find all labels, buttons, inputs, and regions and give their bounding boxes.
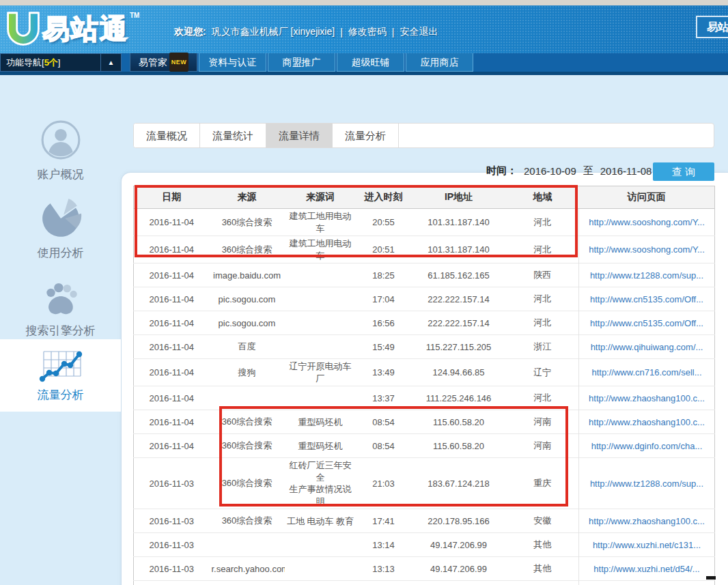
- visit-link[interactable]: http://www.cn5135.com/Off...: [590, 294, 703, 304]
- cell-keyword: 工地 电动车 教育: [285, 509, 356, 533]
- cell-time: 18:25: [356, 263, 411, 287]
- nav-tab-yingyong[interactable]: 应用商店: [406, 53, 473, 72]
- table-row: 2016-11-03r.search.yahoo.com13:1349.147.…: [134, 557, 715, 581]
- cell-url: http://www.xuzhi.net/c131...: [579, 533, 715, 557]
- cell-keyword: [285, 335, 356, 359]
- nav-tab-chaoji[interactable]: 超级旺铺: [337, 53, 404, 72]
- sidebar-item-search-engine[interactable]: 搜索引擎分析: [0, 275, 121, 339]
- content-tabbar: 流量概况 流量统计 流量详情 流量分析: [133, 123, 714, 148]
- sidebar-item-account[interactable]: 账户概况: [0, 119, 121, 182]
- visit-link[interactable]: http://www.zhaoshang100.c...: [589, 417, 705, 427]
- sidebar-item-traffic[interactable]: 流量分析: [0, 339, 121, 412]
- visit-link[interactable]: http://www.xuzhi.net/d54/...: [593, 564, 699, 574]
- col-region: 地域: [507, 186, 579, 209]
- cell-region: 其他: [507, 533, 579, 557]
- cell-source: 360综合搜索: [210, 209, 285, 236]
- sidebar-item-usage[interactable]: 使用分析: [0, 197, 121, 261]
- query-button[interactable]: 查 询: [653, 162, 714, 181]
- cell-region: 浙江: [507, 335, 579, 359]
- cell-url: http://www.zhaoshang100.c...: [579, 509, 715, 533]
- visit-link[interactable]: http://www.zhaoshang100.c...: [589, 393, 705, 403]
- date-from-value[interactable]: 2016-10-09: [524, 165, 576, 177]
- collapse-arrow-box[interactable]: ▲: [100, 54, 121, 71]
- cell-source: pic.sogou.com: [210, 311, 285, 335]
- cell-keyword: 建筑工地用电动车: [285, 236, 356, 263]
- cell-region: 河南: [507, 434, 579, 458]
- cell-ip: 124.94.66.85: [411, 359, 507, 386]
- main-navbar: 功能导航[5个] ▲ 易管家 NEW 资料与认证 商盟推广 超级旺铺 应用商店: [0, 53, 728, 72]
- visit-link[interactable]: http://www.sooshong.com/Y...: [589, 217, 705, 227]
- col-entry-time: 进入时刻: [356, 186, 411, 209]
- cell-region: 河南: [507, 410, 579, 434]
- chevron-up-icon: ▲: [108, 59, 115, 66]
- function-nav-dropdown[interactable]: 功能导航[5个] ▲: [0, 53, 122, 72]
- cell-url: http://www.xuzhi.net/d54/...: [579, 557, 715, 581]
- cell-url: http://www.dginfo.com/cha...: [579, 434, 715, 458]
- traffic-table-wrap: 日期 来源 来源词 进入时刻 IP地址 地域 访问页面 2016-11-0436…: [133, 186, 714, 585]
- table-row: 2016-11-03360综合搜索红砖厂近三年安全 生产事故情况说明21:031…: [134, 458, 715, 509]
- tab-traffic-detail[interactable]: 流量详情: [266, 124, 333, 147]
- cell-source: [210, 386, 285, 410]
- visit-link[interactable]: http://www.zhaoshang100.c...: [589, 516, 705, 526]
- visit-link[interactable]: http://www.tz1288.com/sup...: [590, 270, 703, 281]
- cell-ip: 222.222.157.14: [411, 287, 507, 311]
- cell-source: 360综合搜索: [210, 434, 285, 458]
- cell-time: 17:41: [356, 509, 411, 533]
- visit-link[interactable]: http://www.xuzhi.net/c131...: [593, 540, 701, 550]
- cell-region: 河北: [507, 287, 579, 311]
- nav-tab-shangmeng[interactable]: 商盟推广: [268, 53, 335, 72]
- cell-keyword: 辽宁开原电动车厂: [285, 359, 356, 386]
- cell-source: pic.sogou.com: [210, 287, 285, 311]
- visit-link[interactable]: http://www.sooshong.com/Y...: [589, 244, 705, 255]
- header-right-button[interactable]: 易站通: [696, 16, 728, 38]
- visit-link[interactable]: http://www.tz1288.com/sup...: [590, 479, 703, 489]
- user-icon: [0, 119, 121, 161]
- safe-logout-link[interactable]: 安全退出: [400, 26, 438, 38]
- cell-ip: 61.185.162.165: [411, 263, 507, 287]
- cell-date: 2016-11-04: [134, 236, 210, 263]
- cell-ip: 115.60.58.20: [411, 434, 507, 458]
- cell-keyword: [285, 581, 356, 585]
- visit-link[interactable]: http://www.cn716.com/sell...: [591, 367, 701, 377]
- visit-link[interactable]: http://www.cn5135.com/Off...: [590, 318, 703, 328]
- cell-time: 20:51: [356, 236, 411, 263]
- cell-url: http://www.ailaba.org/zhe...: [579, 581, 715, 585]
- tab-traffic-overview[interactable]: 流量概况: [134, 124, 200, 147]
- cell-date: 2016-11-04: [134, 287, 210, 311]
- cell-keyword: 建筑工地用电动车: [285, 209, 356, 236]
- sidebar-item-label: 使用分析: [0, 245, 121, 261]
- cell-ip: 111.225.246.146: [411, 386, 507, 410]
- col-visit-page: 访问页面: [579, 186, 715, 209]
- cell-time: 13:49: [356, 359, 411, 386]
- cell-date: 2016-11-04: [134, 434, 210, 458]
- cell-time: 15:49: [356, 335, 411, 359]
- cell-ip: 49.147.206.99: [411, 533, 507, 557]
- cell-date: 2016-11-03: [134, 509, 210, 533]
- cell-time: 13:37: [356, 386, 411, 410]
- cell-region: 河北: [507, 236, 579, 263]
- cell-keyword: [285, 557, 356, 581]
- table-header-row: 日期 来源 来源词 进入时刻 IP地址 地域 访问页面: [134, 186, 715, 209]
- table-row: 2016-11-0313:1449.147.206.99其他http://www…: [134, 533, 715, 557]
- change-password-link[interactable]: 修改密码: [348, 26, 387, 38]
- visit-link[interactable]: http://www.qihuiwang.com/...: [591, 342, 703, 352]
- cell-source: 360综合搜索: [210, 509, 285, 533]
- tab-traffic-analysis[interactable]: 流量分析: [333, 124, 399, 147]
- tab-traffic-stats[interactable]: 流量统计: [200, 124, 266, 147]
- date-to-value[interactable]: 2016-11-08: [600, 165, 652, 177]
- cell-region: 河南: [507, 581, 579, 585]
- cell-url: http://www.tz1288.com/sup...: [579, 458, 715, 509]
- table-row: 2016-11-04pic.sogou.com16:56222.222.157.…: [134, 311, 715, 335]
- visit-link[interactable]: http://www.dginfo.com/cha...: [591, 441, 703, 451]
- app-window: 易站通 TM 欢迎您: 巩义市鑫业机械厂 [xinyejixie] | 修改密码…: [0, 0, 728, 585]
- nav-tab-yiguanjia[interactable]: 易管家 NEW: [130, 53, 197, 72]
- to-label: 至: [583, 165, 593, 177]
- cell-keyword: 重型码坯机: [285, 434, 356, 458]
- cell-date: 2016-11-03: [134, 533, 210, 557]
- nav-tab-ziliao[interactable]: 资料与认证: [199, 53, 266, 72]
- cell-source: 百度: [210, 581, 285, 585]
- table-row: 2016-11-03360综合搜索工地 电动车 教育17:41220.178.9…: [134, 509, 715, 533]
- cell-url: http://www.cn716.com/sell...: [579, 359, 715, 386]
- cell-region: 其他: [507, 557, 579, 581]
- cell-url: http://www.zhaoshang100.c...: [579, 386, 715, 410]
